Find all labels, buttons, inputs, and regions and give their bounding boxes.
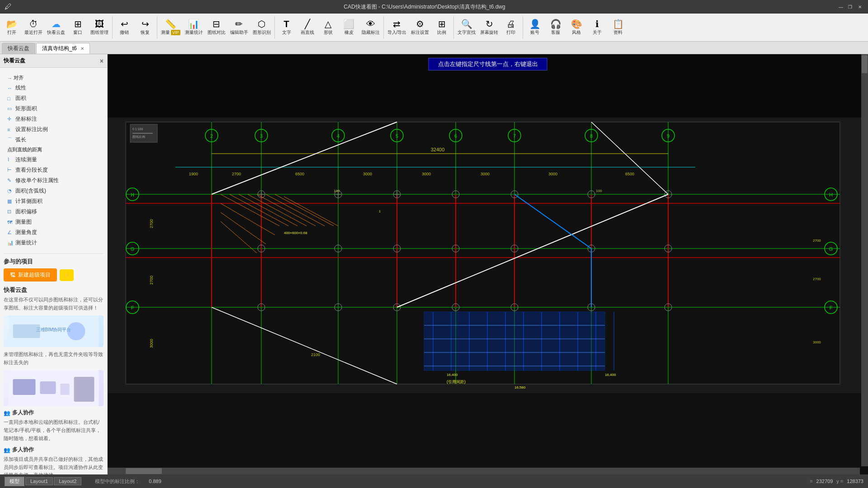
measure-item-rect-area[interactable]: ▭ 矩形面积 [4,103,104,114]
tool-edit-assist[interactable]: ✏ 编辑助手 [228,15,250,40]
measure-item-segment[interactable]: ⊢ 查看分段长度 [4,165,104,175]
measure-cat-align: → 对齐 [4,73,104,83]
tool-recent[interactable]: ⏱ 最近打开 [23,15,44,40]
measure-item-scale[interactable]: ≡ 设置标注比例 [4,124,104,135]
measure-item-arc[interactable]: ⌒ 弧长 [4,135,104,145]
measure-item-angle[interactable]: ∠ 测量角度 [4,227,104,238]
service-icon: 🎧 [550,19,561,28]
svg-text:H: H [131,192,134,197]
map-icon: 🗺 [7,220,14,225]
tool-account[interactable]: 👤 账号 [525,15,545,40]
tool-style[interactable]: 🎨 风格 [566,15,586,40]
sep5 [453,16,454,39]
print-label: 打印 [506,29,515,36]
area-offset-label: 面积偏移 [15,208,37,216]
tool-mark-setting[interactable]: ⚙ 标注设置 [409,15,431,40]
svg-text:G: G [131,246,135,252]
drawing-area[interactable]: 点击左键指定尺寸线第一点，右键退出 [108,54,868,474]
tool-import-export[interactable]: ⇄ 导入/导出 [386,15,409,40]
collab-title-text: 多人协作 [12,446,34,454]
tool-measure[interactable]: 📏 测量VIP [159,15,182,40]
sidebar-close-button[interactable]: × [100,57,104,65]
tab-close-button[interactable]: ✕ [80,46,84,51]
close-button[interactable]: ✕ [856,3,863,10]
hint-bar: 点击左键指定尺寸线第一点，右键退出 [429,58,547,70]
tab-drawing[interactable]: 清真寺结构_t6 ✕ [36,43,90,54]
measure-item-stat[interactable]: 📊 测量统计 [4,238,104,248]
tool-cloud[interactable]: ☁ 快看云盘 [45,15,67,40]
tool-scale[interactable]: ⊞ 比例 [432,15,452,40]
svg-text:三维BIM协同平台: 三维BIM协同平台 [36,327,71,332]
stamp-label: 橡皮 [344,29,354,36]
tool-about[interactable]: ℹ 关于 [587,15,607,40]
devices-title-text: 多人协作 [12,409,34,417]
svg-text:100: 100 [596,189,602,193]
model-tab[interactable]: 模型 [5,477,24,486]
tool-open[interactable]: 📂 打开 [2,15,22,40]
devices-title: 👥 多人协作 [4,409,104,417]
tool-recover[interactable]: ↪ 恢复 [135,15,155,40]
maximize-button[interactable]: ❐ [847,3,854,10]
manage-text: 来管理图纸和标注，再也无需文件夹啦等导致标注丢失的 [4,351,104,366]
shape-icon: △ [325,19,331,28]
minimize-button[interactable]: — [837,3,844,10]
collab-title: 👥 多人协作 [4,446,104,454]
tool-compare[interactable]: ⊟ 图纸对比 [206,15,227,40]
layout2-tab[interactable]: Layout2 [54,477,81,485]
measure-item-coord[interactable]: ✛ 坐标标注 [4,114,104,124]
tool-line[interactable]: ╱ 画直线 [297,15,317,40]
library-icon: 🖼 [95,19,104,28]
tool-resources[interactable]: 📋 资料 [608,15,628,40]
shape-recog-icon: ⬡ [258,19,265,28]
tool-stamp[interactable]: ⬜ 橡皮 [339,15,359,40]
new-project-button[interactable]: 🏗 新建超级项目 [4,268,57,282]
edit-assist-label: 编辑助手 [230,29,248,36]
tool-shape-recog[interactable]: ⬡ 图形识别 [251,15,273,40]
status-annotation: 模型中的标注比例： [95,478,140,485]
coord-x-value: 232709 [816,479,833,484]
measure-item-area-arc[interactable]: ◔ 面积(含弧线) [4,186,104,196]
segment-icon: ⊢ [7,167,14,173]
screen-rotate-icon: ↻ [486,19,493,28]
print-icon: 🖨 [506,19,515,28]
scale-label: 比例 [437,29,446,36]
svg-text:2700: 2700 [813,277,821,281]
tool-measure-stat[interactable]: 📊 测量统计 [183,15,205,40]
style-icon: 🎨 [571,19,582,28]
tool-print[interactable]: 🖨 打印 [501,15,521,40]
measure-item-linear[interactable]: ↔ 线性 [4,83,104,93]
layout1-tab[interactable]: Layout1 [25,477,53,485]
svg-text:32400: 32400 [431,147,445,152]
hidden-mark-icon: 👁 [366,19,375,28]
svg-text:16,400: 16,400 [447,373,458,377]
style-label: 风格 [572,29,581,36]
tool-service[interactable]: 🎧 客服 [546,15,566,40]
segment-label: 查看分段长度 [15,166,48,174]
coord-y-value: 128373 [847,479,863,484]
rect-area-icon: ▭ [7,106,14,112]
horizontal-scrollbar[interactable] [108,468,860,474]
cad-drawing: 32400 2 3 4 5 6 7 8 9 H G [108,54,868,474]
vertical-scrollbar[interactable] [861,54,868,466]
compare-label: 图纸对比 [208,29,226,36]
tool-revoke[interactable]: ↩ 撤销 [114,15,134,40]
measure-item-area-offset[interactable]: ⊡ 面积偏移 [4,206,104,217]
measure-item-prop[interactable]: ✎ 修改单个标注属性 [4,175,104,186]
measure-item-side-area[interactable]: ▦ 计算侧面积 [4,196,104,206]
measure-item-continuous[interactable]: ⌇ 连续测量 [4,155,104,165]
measure-item-map[interactable]: 🗺 测量图 [4,217,104,227]
tool-window[interactable]: ⊞ 窗口 [68,15,88,40]
text-icon: T [283,19,289,28]
measure-stat-label: 测量统计 [185,29,203,36]
tool-screen-rotate[interactable]: ↻ 屏幕旋转 [478,15,500,40]
tool-shape[interactable]: △ 形状 [318,15,338,40]
lightning-button[interactable]: ⚡ [60,269,74,281]
coord-icon: ✛ [7,116,14,122]
svg-text:2700: 2700 [813,239,821,243]
tool-hidden-mark[interactable]: 👁 隐藏标注 [360,15,382,40]
tool-library[interactable]: 🖼 图纸管理 [89,15,110,40]
tool-text-recog[interactable]: 🔍 文字宣找 [456,15,477,40]
measure-item-area[interactable]: □ 面积 [4,93,104,103]
tool-text[interactable]: T 文字 [277,15,297,40]
tab-cloud[interactable]: 快看云盘 [2,43,35,54]
